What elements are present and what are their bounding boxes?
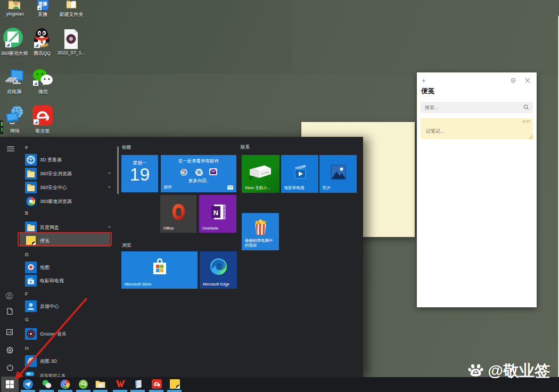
svg-text:N: N [213, 209, 218, 217]
svg-text:直播: 直播 [38, 1, 47, 6]
